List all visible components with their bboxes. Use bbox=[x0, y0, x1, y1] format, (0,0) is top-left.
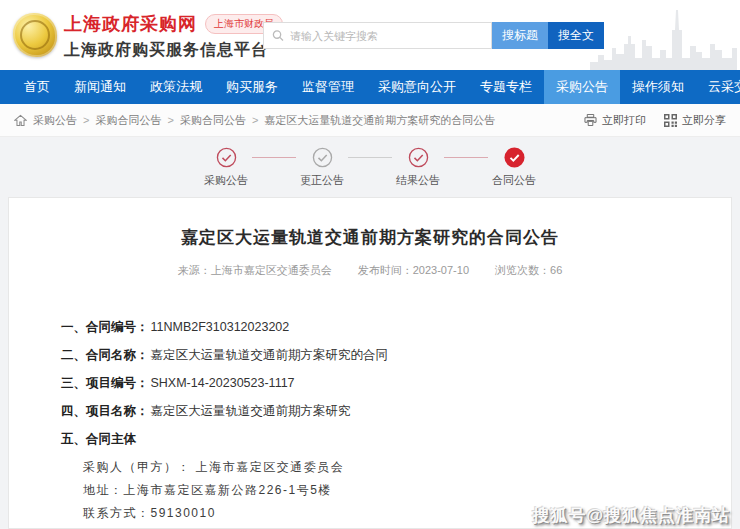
breadcrumb-item[interactable]: 采购合同公告 bbox=[180, 113, 246, 128]
site-brand: 上海政府采购网 上海市财政局 上海政府购买服务信息平台 bbox=[64, 12, 283, 61]
step-connector bbox=[348, 157, 392, 158]
project-name-row: 四、项目名称：嘉定区大运量轨道交通前期方案研究 bbox=[61, 404, 731, 418]
step-label: 采购公告 bbox=[204, 173, 248, 188]
share-label: 立即分享 bbox=[682, 113, 726, 128]
announcement-card: 嘉定区大运量轨道交通前期方案研究的合同公告 来源：上海市嘉定区交通委员会 发布时… bbox=[8, 197, 732, 529]
site-subtitle: 上海政府购买服务信息平台 bbox=[64, 40, 283, 61]
step-connector bbox=[444, 157, 488, 158]
buyer-address-line: 地址：上海市嘉定区嘉新公路226-1号5楼 bbox=[83, 483, 731, 497]
meta-views-label: 浏览次数： bbox=[495, 264, 550, 276]
city-skyline-graphic bbox=[590, 0, 740, 70]
buyer-line: 采购人（甲方）： 上海市嘉定区交通委员会 bbox=[83, 460, 731, 474]
search-fulltext-button[interactable]: 搜全文 bbox=[548, 22, 604, 49]
print-label: 立即打印 bbox=[602, 113, 646, 128]
announcement-meta: 来源：上海市嘉定区交通委员会 发布时间：2023-07-10 浏览次数：66 bbox=[9, 263, 731, 278]
breadcrumb-separator: > bbox=[83, 114, 89, 126]
nav-item-cloud-trading[interactable]: 云采交易平台 bbox=[696, 70, 740, 104]
step-contract-notice[interactable]: 合同公告 bbox=[488, 147, 540, 188]
field-label: 一、合同编号： bbox=[61, 320, 149, 334]
site-name: 上海政府采购网 bbox=[64, 12, 197, 36]
contract-field-list: 一、合同编号：11NMB2F310312023202 二、合同名称：嘉定区大运量… bbox=[61, 320, 731, 446]
field-value: 11NMB2F310312023202 bbox=[151, 320, 290, 334]
search-title-button[interactable]: 搜标题 bbox=[492, 22, 548, 49]
nav-item-procurement-notice[interactable]: 采购公告 bbox=[544, 70, 620, 104]
check-circle-icon-active bbox=[504, 147, 525, 168]
field-label: 二、合同名称： bbox=[61, 348, 149, 362]
meta-source-value: 上海市嘉定区交通委员会 bbox=[211, 264, 332, 276]
search-box bbox=[263, 22, 492, 49]
project-number-row: 三、项目编号：SHXM-14-20230523-1117 bbox=[61, 376, 731, 390]
contract-name-row: 二、合同名称：嘉定区大运量轨道交通前期方案研究的合同 bbox=[61, 348, 731, 362]
breadcrumb: 采购公告 > 采购合同公告 > 采购合同公告 > 嘉定区大运量轨道交通前期方案研… bbox=[14, 113, 584, 128]
nav-item-special-column[interactable]: 专题专栏 bbox=[468, 70, 544, 104]
step-label: 更正公告 bbox=[300, 173, 344, 188]
qrcode-icon bbox=[664, 114, 677, 127]
breadcrumb-bar: 采购公告 > 采购合同公告 > 采购合同公告 > 嘉定区大运量轨道交通前期方案研… bbox=[0, 104, 740, 137]
site-header: 上海政府采购网 上海市财政局 上海政府购买服务信息平台 搜标题 搜全文 bbox=[0, 0, 740, 70]
breadcrumb-item-current: 嘉定区大运量轨道交通前期方案研究的合同公告 bbox=[264, 113, 495, 128]
field-value: 嘉定区大运量轨道交通前期方案研究 bbox=[151, 404, 351, 418]
field-label: 五、合同主体 bbox=[61, 432, 136, 446]
search-icon bbox=[272, 29, 284, 42]
nav-item-instructions[interactable]: 操作须知 bbox=[620, 70, 696, 104]
step-procurement-notice[interactable]: 采购公告 bbox=[200, 147, 252, 188]
nav-item-purchase-service[interactable]: 购买服务 bbox=[214, 70, 290, 104]
step-label: 合同公告 bbox=[492, 173, 536, 188]
meta-publish-value: 2023-07-10 bbox=[413, 264, 469, 276]
nav-item-policy[interactable]: 政策法规 bbox=[138, 70, 214, 104]
breadcrumb-separator: > bbox=[252, 114, 258, 126]
field-value: 嘉定区大运量轨道交通前期方案研究的合同 bbox=[151, 348, 389, 362]
printer-icon bbox=[584, 114, 597, 126]
search-input[interactable] bbox=[290, 30, 483, 42]
check-circle-icon bbox=[312, 147, 333, 168]
field-label: 四、项目名称： bbox=[61, 404, 149, 418]
meta-views: 浏览次数：66 bbox=[495, 263, 562, 278]
progress-steps: 采购公告 更正公告 结果公告 合同公告 bbox=[200, 147, 540, 188]
check-circle-icon bbox=[216, 147, 237, 168]
field-value: SHXM-14-20230523-1117 bbox=[151, 376, 295, 390]
share-button[interactable]: 立即分享 bbox=[664, 113, 726, 128]
nav-item-supervision[interactable]: 监督管理 bbox=[290, 70, 366, 104]
nav-item-news[interactable]: 新闻通知 bbox=[62, 70, 138, 104]
check-circle-icon bbox=[408, 147, 429, 168]
search-group: 搜标题 搜全文 bbox=[263, 22, 604, 49]
meta-publish-date: 发布时间：2023-07-10 bbox=[358, 263, 469, 278]
meta-source-label: 来源： bbox=[178, 264, 211, 276]
breadcrumb-item[interactable]: 采购公告 bbox=[33, 113, 77, 128]
breadcrumb-item[interactable]: 采购合同公告 bbox=[95, 113, 161, 128]
main-nav: 首页 新闻通知 政策法规 购买服务 监督管理 采购意向公开 专题专栏 采购公告 … bbox=[0, 70, 740, 104]
page-tools: 立即打印 立即分享 bbox=[584, 113, 726, 128]
field-label: 三、项目编号： bbox=[61, 376, 149, 390]
home-icon[interactable] bbox=[14, 114, 27, 127]
meta-source: 来源：上海市嘉定区交通委员会 bbox=[178, 263, 332, 278]
breadcrumb-separator: > bbox=[167, 114, 173, 126]
site-logo[interactable] bbox=[13, 13, 57, 57]
step-correction-notice[interactable]: 更正公告 bbox=[296, 147, 348, 188]
step-connector bbox=[252, 157, 296, 158]
print-button[interactable]: 立即打印 bbox=[584, 113, 646, 128]
nav-item-intent-disclosure[interactable]: 采购意向公开 bbox=[366, 70, 468, 104]
step-result-notice[interactable]: 结果公告 bbox=[392, 147, 444, 188]
meta-publish-label: 发布时间： bbox=[358, 264, 413, 276]
progress-steps-band: 采购公告 更正公告 结果公告 合同公告 bbox=[0, 137, 740, 197]
contract-parties-heading: 五、合同主体 bbox=[61, 432, 731, 446]
meta-views-value: 66 bbox=[550, 264, 562, 276]
sohu-watermark: 搜狐号@搜狐焦点淮南站 bbox=[532, 504, 730, 527]
nav-item-home[interactable]: 首页 bbox=[12, 70, 62, 104]
step-label: 结果公告 bbox=[396, 173, 440, 188]
announcement-title: 嘉定区大运量轨道交通前期方案研究的合同公告 bbox=[9, 226, 731, 249]
contract-number-row: 一、合同编号：11NMB2F310312023202 bbox=[61, 320, 731, 334]
